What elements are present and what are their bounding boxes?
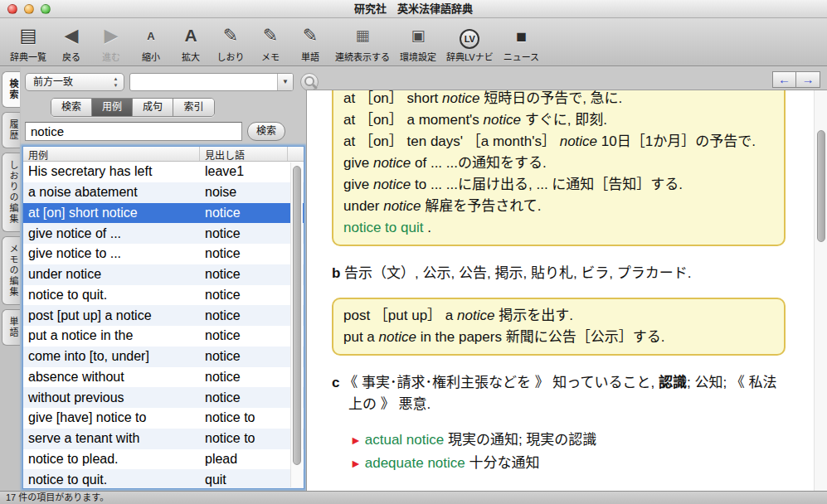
window-title: 研究社 英米法律語辞典 [0, 0, 827, 17]
example-line: at ［on］ ten days' ［a month's］ notice 10日… [343, 131, 774, 153]
entry-back-button[interactable]: ← [772, 71, 796, 88]
table-row[interactable]: His secretary has leftleave1 [23, 162, 304, 182]
text-segment: give [343, 155, 373, 171]
column-header-example[interactable]: 用例 [23, 147, 200, 161]
entry-forward-button[interactable]: → [796, 71, 820, 88]
toolbar-shrink-button[interactable]: A縮小 [133, 22, 169, 63]
match-mode-popup[interactable]: 前方一致 ▲▼ [25, 73, 124, 91]
toolbar-memo-button[interactable]: ✎メモ [252, 22, 289, 63]
table-row[interactable]: notice to quit.quit [23, 469, 304, 489]
table-row[interactable]: a noise abatementnoise [23, 182, 304, 203]
table-row[interactable]: give [have] notice tonotice to [23, 408, 304, 429]
table-row[interactable]: give notice to ...notice [23, 244, 304, 264]
text-segment: 掲示を出す. [494, 308, 572, 323]
content-scrollbar[interactable] [814, 90, 827, 491]
toolbar-settings-button[interactable]: ▣環境設定 [396, 22, 440, 63]
enlarge-icon: A [184, 22, 197, 49]
text-segment: give [343, 177, 373, 192]
status-bar: 17 件の項目があります。 [0, 491, 827, 504]
cell-example: put a notice in the [23, 328, 200, 343]
chevron-down-icon[interactable]: ▼ [277, 74, 293, 90]
table-row[interactable]: without previousnotice [23, 387, 304, 408]
cell-example: His secretary has left [23, 164, 200, 179]
shrink-icon: A [147, 22, 154, 49]
close-button[interactable] [7, 4, 17, 14]
entry-link[interactable]: notice to quit [343, 220, 423, 235]
search-magnifier-button[interactable] [300, 73, 319, 91]
table-row[interactable]: under noticenotice [23, 264, 304, 285]
text-segment: to ... ...に届け出る, ... に通知［告知］する. [411, 177, 683, 192]
text-segment: notice [379, 329, 416, 345]
minimize-button[interactable] [24, 4, 34, 14]
text-segment: b [332, 265, 340, 281]
toolbar-label: しおり [217, 50, 245, 63]
sidebar-tabs: 検索履歴しおりの編集メモの編集単語 [0, 67, 21, 491]
cell-headword: notice [200, 328, 304, 343]
table-row[interactable]: notice to plead.plead [23, 449, 304, 470]
text-segment: すぐに, 即刻. [521, 112, 607, 128]
search-button[interactable]: 検索 [247, 122, 285, 141]
text-segment: notice [442, 90, 479, 106]
cell-headword: notice [200, 226, 304, 241]
table-row[interactable]: absence withoutnotice [23, 367, 304, 388]
sidebar-tab[interactable]: 単語 [2, 309, 20, 346]
entry-link[interactable]: actual notice [365, 432, 444, 448]
search-mode-tab[interactable]: 用例 [92, 99, 133, 116]
toolbar-label: 進む [102, 50, 120, 63]
cell-headword: notice [200, 349, 304, 364]
results-table-body: His secretary has leftleave1a noise abat… [23, 162, 304, 489]
text-segment: at ［on］ short [343, 90, 442, 106]
toolbar-bookmark-button[interactable]: ✎しおり [212, 22, 249, 63]
search-mode-tab[interactable]: 成句 [133, 99, 173, 116]
text-segment: notice [457, 308, 494, 323]
example-line: notice to quit . [343, 217, 774, 239]
sidebar-tab[interactable]: メモの編集 [2, 236, 20, 305]
table-row[interactable]: give notice of ...notice [23, 223, 304, 244]
entry-link[interactable]: adequate notice [365, 455, 465, 471]
results-scrollbar[interactable] [290, 162, 303, 487]
text-segment: 《 事実･請求･権利主張などを 》 知っていること, [339, 375, 659, 390]
toolbar-lv-navi-button[interactable]: LV辞典LVナビ [443, 29, 497, 63]
quick-search-combobox[interactable]: ▼ [129, 73, 294, 91]
text-segment: notice [484, 112, 521, 128]
table-row[interactable]: notice to quit.notice [23, 285, 304, 306]
toolbar-continuous-display-button[interactable]: ▦連続表示する [332, 22, 393, 63]
match-mode-value: 前方一致 [33, 76, 73, 88]
content-scrollbar-thumb[interactable] [817, 130, 825, 242]
lv-navi-icon: LV [460, 29, 479, 49]
table-row[interactable]: serve a tenant withnotice to [23, 429, 304, 449]
table-row[interactable]: at [on] short noticenotice [23, 203, 304, 224]
table-row[interactable]: post [put up] a noticenotice [23, 305, 304, 326]
cell-headword: notice to [200, 431, 304, 446]
cell-headword: notice [200, 370, 304, 385]
zoom-button[interactable] [41, 4, 51, 14]
sidebar-tab[interactable]: 検索 [2, 71, 20, 108]
text-segment: ► [350, 434, 365, 447]
sidebar-tab[interactable]: 履歴 [2, 112, 20, 148]
toolbar-enlarge-button[interactable]: A拡大 [173, 22, 209, 63]
search-mode-tab[interactable]: 検索 [51, 99, 92, 116]
toolbar-back-button[interactable]: ◀戻る [53, 22, 90, 63]
cell-headword: notice [200, 267, 304, 282]
example-box: post ［put up］ a notice 掲示を出す.put a notic… [332, 298, 786, 356]
sidebar-tab[interactable]: しおりの編集 [2, 153, 20, 232]
cell-headword: quit [200, 472, 304, 487]
text-segment: put a [343, 329, 379, 345]
cell-example: without previous [23, 390, 200, 405]
cell-example: give [have] notice to [23, 410, 200, 425]
search-mode-tab[interactable]: 索引 [173, 99, 214, 116]
toolbar-dictionary-list-button[interactable]: ▤辞典一覧 [7, 22, 50, 63]
entry-pane: at ［on］ short notice 短時日の予告で, 急に.at ［on］… [306, 90, 827, 491]
text-segment: 10日［1か月］の予告で. [597, 133, 756, 149]
cell-example: at [on] short notice [23, 206, 200, 220]
results-table-header: 用例 見出し語 [23, 147, 304, 162]
column-header-headword[interactable]: 見出し語 [200, 147, 288, 161]
toolbar-news-button[interactable]: ◼ニュース [500, 22, 542, 63]
cell-headword: leave1 [200, 164, 304, 179]
toolbar-word-button[interactable]: ✎単語 [292, 22, 328, 63]
results-scrollbar-thumb[interactable] [293, 166, 301, 465]
search-input[interactable] [25, 122, 242, 141]
table-row[interactable]: come into [to, under]notice [23, 346, 304, 367]
text-segment: 現実の通知; 現実の認識 [444, 432, 596, 448]
table-row[interactable]: put a notice in thenotice [23, 326, 304, 346]
